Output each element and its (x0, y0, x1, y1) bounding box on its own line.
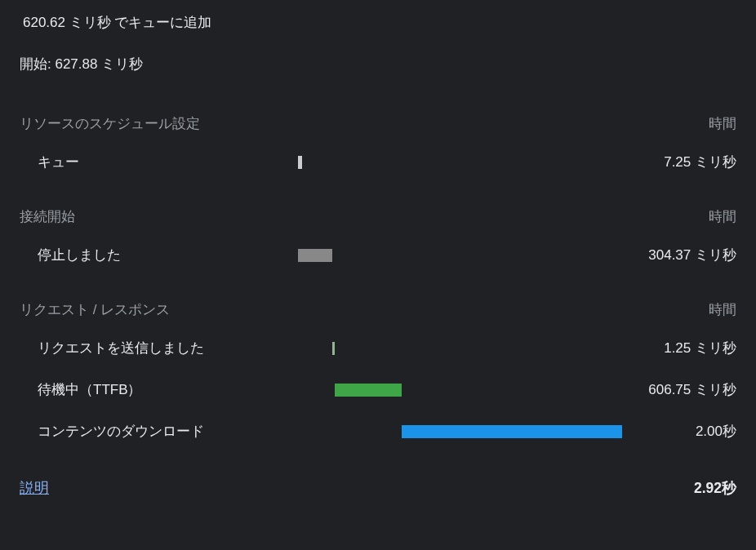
time-column-header: 時間 (709, 114, 736, 133)
section-title: リソースのスケジュール設定 (20, 114, 200, 133)
connection-start-section: 接続開始 時間 停止しました 304.37 ミリ秒 (20, 183, 736, 276)
request-response-section: リクエスト / レスポンス 時間 リクエストを送信しました 1.25 ミリ秒 待… (20, 276, 736, 452)
waiting-ttfb-bar-track (278, 382, 604, 398)
queue-bar (298, 156, 302, 169)
time-column-header: 時間 (709, 207, 736, 226)
waiting-ttfb-bar (335, 384, 402, 397)
queued-at-text: 620.62 ミリ秒 でキューに追加 (20, 13, 736, 48)
request-sent-bar-track (278, 340, 604, 357)
stalled-bar-track (278, 247, 604, 264)
queue-row: キュー 7.25 ミリ秒 (20, 141, 736, 183)
request-sent-bar (332, 342, 335, 355)
request-sent-value: 1.25 ミリ秒 (604, 339, 736, 357)
request-sent-label: リクエストを送信しました (20, 339, 278, 357)
request-sent-row: リクエストを送信しました 1.25 ミリ秒 (20, 327, 736, 369)
content-download-bar-track (278, 424, 604, 440)
waiting-ttfb-value: 606.75 ミリ秒 (604, 380, 736, 399)
stalled-row: 停止しました 304.37 ミリ秒 (20, 234, 736, 276)
stalled-value: 304.37 ミリ秒 (604, 246, 736, 264)
started-at-text: 開始: 627.88 ミリ秒 (20, 48, 736, 90)
total-time: 2.92秒 (694, 478, 736, 498)
resource-scheduling-section: リソースのスケジュール設定 時間 キュー 7.25 ミリ秒 (20, 90, 736, 183)
content-download-bar (402, 425, 622, 438)
explanation-link[interactable]: 説明 (20, 478, 49, 498)
content-download-row: コンテンツのダウンロード 2.00秒 (20, 410, 736, 452)
section-header: 接続開始 時間 (20, 197, 736, 234)
content-download-value: 2.00秒 (604, 422, 736, 441)
stalled-bar (298, 249, 332, 262)
queue-label: キュー (20, 153, 278, 171)
stalled-label: 停止しました (20, 246, 278, 264)
queue-value: 7.25 ミリ秒 (604, 153, 736, 171)
waiting-ttfb-label: 待機中（TTFB） (20, 380, 278, 399)
section-header: リクエスト / レスポンス 時間 (20, 291, 736, 327)
content-download-label: コンテンツのダウンロード (20, 422, 278, 441)
footer: 説明 2.92秒 (20, 452, 736, 498)
waiting-ttfb-row: 待機中（TTFB） 606.75 ミリ秒 (20, 369, 736, 410)
section-header: リソースのスケジュール設定 時間 (20, 104, 736, 141)
section-title: リクエスト / レスポンス (20, 300, 170, 319)
section-title: 接続開始 (20, 207, 75, 226)
time-column-header: 時間 (709, 300, 736, 319)
queue-bar-track (278, 154, 604, 171)
